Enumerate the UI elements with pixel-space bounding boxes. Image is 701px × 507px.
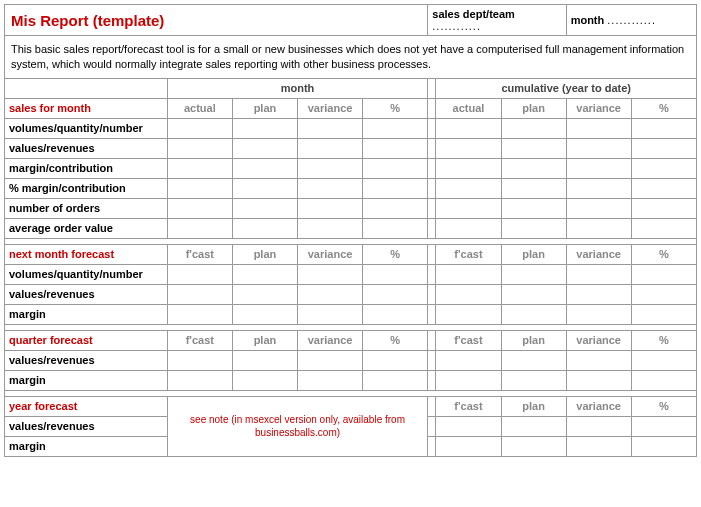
cell[interactable] bbox=[501, 284, 566, 304]
cell[interactable] bbox=[363, 284, 428, 304]
cell[interactable] bbox=[631, 350, 696, 370]
gap bbox=[428, 118, 436, 138]
cell[interactable] bbox=[363, 118, 428, 138]
cell[interactable] bbox=[167, 304, 232, 324]
cell[interactable] bbox=[436, 350, 501, 370]
cell[interactable] bbox=[566, 118, 631, 138]
cell[interactable] bbox=[363, 218, 428, 238]
cell[interactable] bbox=[566, 138, 631, 158]
cell[interactable] bbox=[363, 264, 428, 284]
cell[interactable] bbox=[363, 178, 428, 198]
cell[interactable] bbox=[167, 198, 232, 218]
cell[interactable] bbox=[436, 118, 501, 138]
cell[interactable] bbox=[436, 436, 501, 456]
cell[interactable] bbox=[232, 350, 297, 370]
cell[interactable] bbox=[232, 178, 297, 198]
cell[interactable] bbox=[232, 158, 297, 178]
cell[interactable] bbox=[631, 118, 696, 138]
cell[interactable] bbox=[167, 178, 232, 198]
cell[interactable] bbox=[631, 218, 696, 238]
cell[interactable] bbox=[566, 198, 631, 218]
cell[interactable] bbox=[363, 350, 428, 370]
cell[interactable] bbox=[298, 118, 363, 138]
cell[interactable] bbox=[501, 304, 566, 324]
cell[interactable] bbox=[566, 284, 631, 304]
cell[interactable] bbox=[298, 198, 363, 218]
cell[interactable] bbox=[631, 264, 696, 284]
row-label: margin/contribution bbox=[5, 158, 168, 178]
cell[interactable] bbox=[566, 264, 631, 284]
cell[interactable] bbox=[631, 158, 696, 178]
cell[interactable] bbox=[566, 178, 631, 198]
cell[interactable] bbox=[167, 350, 232, 370]
cell[interactable] bbox=[566, 416, 631, 436]
cell[interactable] bbox=[631, 416, 696, 436]
cell[interactable] bbox=[167, 158, 232, 178]
cell[interactable] bbox=[436, 370, 501, 390]
cell[interactable] bbox=[298, 264, 363, 284]
cell[interactable] bbox=[167, 264, 232, 284]
cell[interactable] bbox=[167, 118, 232, 138]
cell[interactable] bbox=[436, 198, 501, 218]
dept-cell[interactable]: sales dept/team ............ bbox=[428, 5, 566, 36]
cell[interactable] bbox=[436, 158, 501, 178]
cell[interactable] bbox=[501, 118, 566, 138]
cell[interactable] bbox=[631, 304, 696, 324]
cell[interactable] bbox=[566, 436, 631, 456]
cell[interactable] bbox=[298, 218, 363, 238]
cell[interactable] bbox=[436, 218, 501, 238]
month-cell[interactable]: month ............ bbox=[566, 5, 696, 36]
cell[interactable] bbox=[298, 370, 363, 390]
cell[interactable] bbox=[631, 436, 696, 456]
cell[interactable] bbox=[566, 350, 631, 370]
cell[interactable] bbox=[232, 218, 297, 238]
cell[interactable] bbox=[298, 350, 363, 370]
cell[interactable] bbox=[363, 158, 428, 178]
cell[interactable] bbox=[436, 284, 501, 304]
cell[interactable] bbox=[566, 370, 631, 390]
cell[interactable] bbox=[436, 304, 501, 324]
cell[interactable] bbox=[363, 138, 428, 158]
cell[interactable] bbox=[167, 370, 232, 390]
cell[interactable] bbox=[501, 350, 566, 370]
cell[interactable] bbox=[232, 118, 297, 138]
cell[interactable] bbox=[232, 198, 297, 218]
cell[interactable] bbox=[167, 138, 232, 158]
cell[interactable] bbox=[501, 138, 566, 158]
cell[interactable] bbox=[501, 370, 566, 390]
cell[interactable] bbox=[232, 370, 297, 390]
cell[interactable] bbox=[363, 370, 428, 390]
cell[interactable] bbox=[566, 304, 631, 324]
cell[interactable] bbox=[232, 304, 297, 324]
cell[interactable] bbox=[436, 138, 501, 158]
cell[interactable] bbox=[232, 264, 297, 284]
cell[interactable] bbox=[501, 158, 566, 178]
cell[interactable] bbox=[631, 178, 696, 198]
cell[interactable] bbox=[501, 178, 566, 198]
cell[interactable] bbox=[167, 284, 232, 304]
cell[interactable] bbox=[232, 284, 297, 304]
cell[interactable] bbox=[298, 284, 363, 304]
cell[interactable] bbox=[501, 198, 566, 218]
cell[interactable] bbox=[631, 198, 696, 218]
cell[interactable] bbox=[631, 370, 696, 390]
cell[interactable] bbox=[566, 218, 631, 238]
cell[interactable] bbox=[631, 284, 696, 304]
cell[interactable] bbox=[298, 178, 363, 198]
cell[interactable] bbox=[631, 138, 696, 158]
cell[interactable] bbox=[167, 218, 232, 238]
cell[interactable] bbox=[501, 436, 566, 456]
cell[interactable] bbox=[501, 218, 566, 238]
cell[interactable] bbox=[363, 198, 428, 218]
cell[interactable] bbox=[232, 138, 297, 158]
cell[interactable] bbox=[363, 304, 428, 324]
cell[interactable] bbox=[501, 416, 566, 436]
cell[interactable] bbox=[298, 138, 363, 158]
cell[interactable] bbox=[436, 264, 501, 284]
cell[interactable] bbox=[501, 264, 566, 284]
cell[interactable] bbox=[298, 304, 363, 324]
cell[interactable] bbox=[436, 178, 501, 198]
cell[interactable] bbox=[298, 158, 363, 178]
cell[interactable] bbox=[436, 416, 501, 436]
cell[interactable] bbox=[566, 158, 631, 178]
